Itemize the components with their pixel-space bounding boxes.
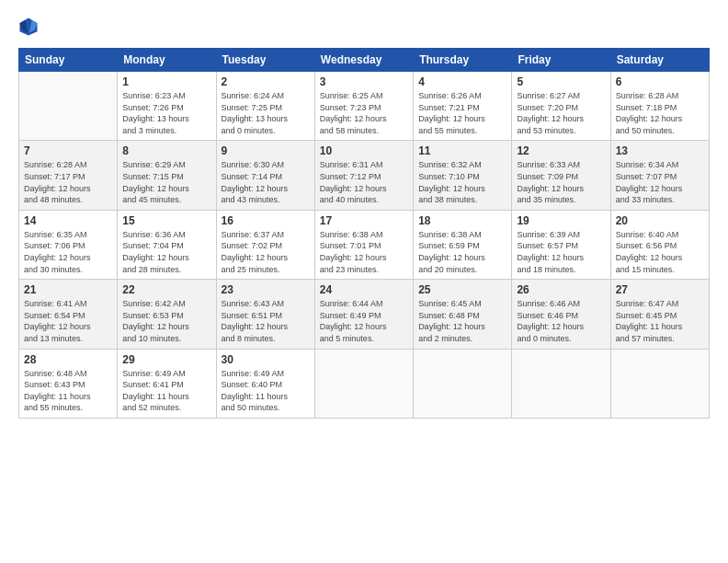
calendar-cell: 15Sunrise: 6:36 AM Sunset: 7:04 PM Dayli… [118,210,216,279]
day-number: 1 [122,75,210,88]
calendar-table: SundayMondayTuesdayWednesdayThursdayFrid… [18,48,710,419]
day-detail: Sunrise: 6:32 AM Sunset: 7:10 PM Dayligh… [418,159,506,205]
calendar-cell: 10Sunrise: 6:31 AM Sunset: 7:12 PM Dayli… [314,141,413,210]
day-detail: Sunrise: 6:31 AM Sunset: 7:12 PM Dayligh… [320,159,408,205]
day-detail: Sunrise: 6:38 AM Sunset: 6:59 PM Dayligh… [418,229,506,275]
calendar-header-saturday: Saturday [610,49,709,72]
calendar-week-row: 14Sunrise: 6:35 AM Sunset: 7:06 PM Dayli… [19,210,710,279]
day-number: 24 [320,283,408,296]
day-number: 4 [418,75,506,88]
day-detail: Sunrise: 6:38 AM Sunset: 7:01 PM Dayligh… [320,229,408,275]
day-number: 11 [418,144,506,157]
calendar-cell: 18Sunrise: 6:38 AM Sunset: 6:59 PM Dayli… [414,210,512,279]
day-detail: Sunrise: 6:26 AM Sunset: 7:21 PM Dayligh… [418,90,506,136]
day-detail: Sunrise: 6:37 AM Sunset: 7:02 PM Dayligh… [222,229,310,275]
day-detail: Sunrise: 6:39 AM Sunset: 6:57 PM Dayligh… [517,229,605,275]
day-detail: Sunrise: 6:30 AM Sunset: 7:14 PM Dayligh… [222,159,310,205]
day-detail: Sunrise: 6:34 AM Sunset: 7:07 PM Dayligh… [616,159,704,205]
calendar-header-monday: Monday [118,49,216,72]
day-number: 25 [418,283,506,296]
logo-icon [18,17,39,37]
logo [18,17,42,37]
day-number: 12 [517,144,605,157]
calendar-header-sunday: Sunday [19,49,118,72]
calendar-cell: 22Sunrise: 6:42 AM Sunset: 6:53 PM Dayli… [118,280,216,349]
calendar-cell: 27Sunrise: 6:47 AM Sunset: 6:45 PM Dayli… [610,280,709,349]
day-detail: Sunrise: 6:24 AM Sunset: 7:25 PM Dayligh… [222,90,310,136]
calendar-cell: 25Sunrise: 6:45 AM Sunset: 6:48 PM Dayli… [414,280,512,349]
calendar-cell: 24Sunrise: 6:44 AM Sunset: 6:49 PM Dayli… [314,280,413,349]
calendar-cell: 5Sunrise: 6:27 AM Sunset: 7:20 PM Daylig… [512,72,610,141]
calendar-cell [610,349,709,418]
day-number: 5 [517,75,605,88]
day-number: 15 [122,214,210,227]
calendar-week-row: 21Sunrise: 6:41 AM Sunset: 6:54 PM Dayli… [19,280,710,349]
calendar-cell: 19Sunrise: 6:39 AM Sunset: 6:57 PM Dayli… [512,210,610,279]
day-detail: Sunrise: 6:25 AM Sunset: 7:23 PM Dayligh… [320,90,408,136]
calendar-cell: 6Sunrise: 6:28 AM Sunset: 7:18 PM Daylig… [610,72,709,141]
day-detail: Sunrise: 6:43 AM Sunset: 6:51 PM Dayligh… [222,298,310,344]
calendar-cell: 8Sunrise: 6:29 AM Sunset: 7:15 PM Daylig… [118,141,216,210]
day-number: 17 [320,214,408,227]
day-number: 13 [616,144,704,157]
day-number: 8 [122,144,210,157]
calendar-cell: 23Sunrise: 6:43 AM Sunset: 6:51 PM Dayli… [216,280,314,349]
day-detail: Sunrise: 6:48 AM Sunset: 6:43 PM Dayligh… [24,368,112,414]
day-number: 27 [616,283,704,296]
calendar-header-friday: Friday [512,49,610,72]
day-detail: Sunrise: 6:42 AM Sunset: 6:53 PM Dayligh… [122,298,210,344]
calendar-cell: 1Sunrise: 6:23 AM Sunset: 7:26 PM Daylig… [118,72,216,141]
day-detail: Sunrise: 6:23 AM Sunset: 7:26 PM Dayligh… [122,90,210,136]
calendar-cell [314,349,413,418]
day-number: 7 [24,144,112,157]
day-detail: Sunrise: 6:44 AM Sunset: 6:49 PM Dayligh… [320,298,408,344]
day-number: 22 [122,283,210,296]
day-detail: Sunrise: 6:35 AM Sunset: 7:06 PM Dayligh… [24,229,112,275]
day-detail: Sunrise: 6:40 AM Sunset: 6:56 PM Dayligh… [616,229,704,275]
day-number: 29 [122,353,210,366]
calendar-cell [512,349,610,418]
calendar-cell: 13Sunrise: 6:34 AM Sunset: 7:07 PM Dayli… [610,141,709,210]
calendar-week-row: 7Sunrise: 6:28 AM Sunset: 7:17 PM Daylig… [19,141,710,210]
calendar-cell: 26Sunrise: 6:46 AM Sunset: 6:46 PM Dayli… [512,280,610,349]
day-detail: Sunrise: 6:28 AM Sunset: 7:17 PM Dayligh… [24,159,112,205]
calendar-cell: 11Sunrise: 6:32 AM Sunset: 7:10 PM Dayli… [414,141,512,210]
day-number: 30 [222,353,310,366]
day-number: 19 [517,214,605,227]
day-detail: Sunrise: 6:45 AM Sunset: 6:48 PM Dayligh… [418,298,506,344]
day-number: 14 [24,214,112,227]
calendar-header-wednesday: Wednesday [314,49,413,72]
day-detail: Sunrise: 6:29 AM Sunset: 7:15 PM Dayligh… [122,159,210,205]
calendar-cell: 4Sunrise: 6:26 AM Sunset: 7:21 PM Daylig… [414,72,512,141]
day-detail: Sunrise: 6:27 AM Sunset: 7:20 PM Dayligh… [517,90,605,136]
calendar-cell: 16Sunrise: 6:37 AM Sunset: 7:02 PM Dayli… [216,210,314,279]
calendar-cell: 30Sunrise: 6:49 AM Sunset: 6:40 PM Dayli… [216,349,314,418]
calendar-cell: 28Sunrise: 6:48 AM Sunset: 6:43 PM Dayli… [19,349,118,418]
calendar-cell: 17Sunrise: 6:38 AM Sunset: 7:01 PM Dayli… [314,210,413,279]
calendar-cell: 12Sunrise: 6:33 AM Sunset: 7:09 PM Dayli… [512,141,610,210]
calendar-cell: 14Sunrise: 6:35 AM Sunset: 7:06 PM Dayli… [19,210,118,279]
calendar-cell: 2Sunrise: 6:24 AM Sunset: 7:25 PM Daylig… [216,72,314,141]
day-detail: Sunrise: 6:49 AM Sunset: 6:40 PM Dayligh… [222,368,310,414]
calendar-cell: 3Sunrise: 6:25 AM Sunset: 7:23 PM Daylig… [314,72,413,141]
calendar-week-row: 28Sunrise: 6:48 AM Sunset: 6:43 PM Dayli… [19,349,710,418]
calendar-cell: 29Sunrise: 6:49 AM Sunset: 6:41 PM Dayli… [118,349,216,418]
day-number: 2 [222,75,310,88]
calendar-header-row: SundayMondayTuesdayWednesdayThursdayFrid… [19,49,710,72]
calendar-cell [414,349,512,418]
calendar-cell [19,72,118,141]
day-number: 16 [222,214,310,227]
page: SundayMondayTuesdayWednesdayThursdayFrid… [0,0,728,563]
day-detail: Sunrise: 6:33 AM Sunset: 7:09 PM Dayligh… [517,159,605,205]
calendar-cell: 9Sunrise: 6:30 AM Sunset: 7:14 PM Daylig… [216,141,314,210]
day-detail: Sunrise: 6:47 AM Sunset: 6:45 PM Dayligh… [616,298,704,344]
day-detail: Sunrise: 6:46 AM Sunset: 6:46 PM Dayligh… [517,298,605,344]
day-number: 26 [517,283,605,296]
day-detail: Sunrise: 6:49 AM Sunset: 6:41 PM Dayligh… [122,368,210,414]
day-number: 10 [320,144,408,157]
day-number: 23 [222,283,310,296]
calendar-cell: 20Sunrise: 6:40 AM Sunset: 6:56 PM Dayli… [610,210,709,279]
calendar-cell: 7Sunrise: 6:28 AM Sunset: 7:17 PM Daylig… [19,141,118,210]
day-number: 20 [616,214,704,227]
day-number: 6 [616,75,704,88]
